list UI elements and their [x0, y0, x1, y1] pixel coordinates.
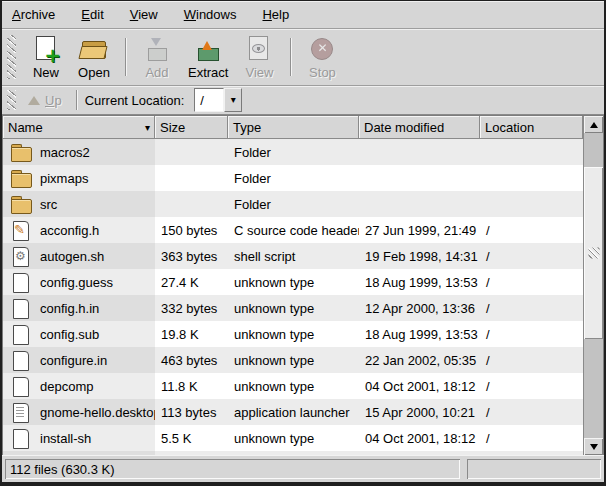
archive-manager-window: Archive Edit View Windows Help New Open … — [0, 0, 606, 486]
table-row[interactable]: macros2 Folder — [3, 139, 583, 165]
document-icon — [10, 351, 32, 370]
view-button[interactable]: View — [235, 32, 283, 82]
document-lines-icon — [10, 403, 32, 422]
new-archive-icon — [31, 35, 61, 63]
open-button[interactable]: Open — [70, 32, 118, 82]
column-header-date-modified[interactable]: Date modified — [359, 116, 480, 139]
file-type: unknown type — [228, 269, 359, 295]
file-location: / — [480, 295, 583, 321]
stop-button[interactable]: Stop — [298, 32, 346, 82]
file-date-modified: 19 Feb 1998, 14:31 — [359, 243, 480, 269]
table-row[interactable]: config.guess 27.4 K unknown type 18 Aug … — [3, 269, 583, 295]
view-file-icon — [244, 35, 274, 63]
file-name: src — [40, 197, 57, 212]
table-row[interactable]: acconfig.h 150 bytes C source code heade… — [3, 217, 583, 243]
file-size — [155, 139, 228, 165]
folder-icon — [10, 143, 32, 162]
file-location: / — [480, 425, 583, 451]
file-size: 5.5 K — [155, 425, 228, 451]
scrollbar-thumb[interactable] — [584, 167, 603, 339]
menu-view[interactable]: View — [130, 7, 158, 22]
file-location: / — [480, 217, 583, 243]
table-row[interactable]: gnome-hello.desktop 113 bytes applicatio… — [3, 399, 583, 425]
file-location — [480, 165, 583, 191]
location-bar: Up Current Location: / ▾ — [2, 86, 604, 115]
up-icon — [28, 90, 40, 105]
arrow-down-icon — [590, 444, 598, 454]
menu-edit[interactable]: Edit — [81, 7, 103, 22]
table-header: Name ▾ Size Type Date modified Location — [3, 116, 583, 139]
file-type: unknown type — [228, 425, 359, 451]
file-name: config.h.in — [40, 301, 99, 316]
toolbar-separator — [125, 38, 126, 76]
toolbar: New Open Add Extract View Stop — [2, 29, 604, 86]
scrollbar-grip-icon — [588, 248, 599, 259]
file-date-modified — [359, 191, 480, 217]
file-name: macros2 — [40, 145, 90, 160]
add-button[interactable]: Add — [133, 32, 181, 82]
document-icon — [10, 377, 32, 396]
document-icon — [10, 299, 32, 318]
stop-icon — [307, 35, 337, 63]
status-files-panel: 112 files (630.3 K) — [5, 459, 460, 479]
table-row[interactable]: pixmaps Folder — [3, 165, 583, 191]
add-files-icon — [142, 35, 172, 63]
column-header-location[interactable]: Location — [480, 116, 583, 139]
new-button[interactable]: New — [22, 32, 70, 82]
extract-icon — [193, 35, 223, 63]
arrow-up-icon — [590, 118, 598, 128]
table-row[interactable]: src Folder — [3, 191, 583, 217]
file-name: depcomp — [40, 379, 93, 394]
location-dropdown-button[interactable]: ▾ — [224, 88, 242, 112]
table-row[interactable]: install-sh 5.5 K unknown type 04 Oct 200… — [3, 425, 583, 451]
column-header-name[interactable]: Name ▾ — [3, 116, 155, 139]
file-location: / — [480, 269, 583, 295]
location-bar-drag-handle[interactable] — [7, 90, 16, 110]
file-date-modified: 04 Oct 2001, 18:12 — [359, 373, 480, 399]
document-icon — [10, 455, 32, 456]
toolbar-separator — [290, 38, 291, 76]
table-row[interactable]: autogen.sh 363 bytes shell script 19 Feb… — [3, 243, 583, 269]
file-location — [480, 191, 583, 217]
document-pen-icon — [10, 221, 32, 240]
file-location: / — [480, 347, 583, 373]
up-button[interactable]: Up — [22, 91, 68, 110]
file-type: Folder — [228, 165, 359, 191]
scroll-down-button[interactable] — [584, 438, 603, 455]
column-header-size[interactable]: Size — [155, 116, 228, 139]
file-date-modified: 18 Aug 1999, 13:53 — [359, 269, 480, 295]
file-date-modified: 18 Aug 1999, 13:53 — [359, 321, 480, 347]
file-size: 11.8 K — [155, 373, 228, 399]
extract-button[interactable]: Extract — [181, 32, 235, 82]
location-value[interactable]: / — [194, 88, 224, 112]
location-combo: / ▾ — [194, 88, 242, 112]
file-size: 150 bytes — [155, 217, 228, 243]
file-location — [480, 139, 583, 165]
document-icon — [10, 325, 32, 344]
status-secondary-panel — [467, 459, 601, 479]
menubar: Archive Edit View Windows Help — [2, 1, 604, 29]
status-text: 112 files (630.3 K) — [10, 462, 115, 477]
menu-archive[interactable]: Archive — [12, 7, 55, 22]
file-location: / — [480, 373, 583, 399]
scrollbar-trough[interactable] — [584, 133, 603, 438]
file-size: 27.4 K — [155, 269, 228, 295]
table-row[interactable]: config.h.in 332 bytes unknown type 12 Ap… — [3, 295, 583, 321]
column-header-type[interactable]: Type — [228, 116, 359, 139]
file-table-body: macros2 Folder pixmaps Folder src Folder… — [3, 139, 583, 455]
file-name: acconfig.h — [40, 223, 99, 238]
table-row[interactable]: config.sub 19.8 K unknown type 18 Aug 19… — [3, 321, 583, 347]
file-size: 363 bytes — [155, 243, 228, 269]
file-location: / — [480, 399, 583, 425]
file-date-modified — [359, 165, 480, 191]
table-row[interactable]: configure.in 463 bytes unknown type 22 J… — [3, 347, 583, 373]
statusbar: 112 files (630.3 K) — [2, 455, 604, 482]
menu-windows[interactable]: Windows — [184, 7, 237, 22]
toolbar-drag-handle[interactable] — [7, 35, 16, 79]
scroll-up-button[interactable] — [584, 116, 603, 133]
sort-indicator-icon: ▾ — [145, 122, 150, 133]
file-size: 463 bytes — [155, 347, 228, 373]
table-row[interactable]: depcomp 11.8 K unknown type 04 Oct 2001,… — [3, 373, 583, 399]
file-type: C source code header — [228, 217, 359, 243]
menu-help[interactable]: Help — [262, 7, 289, 22]
